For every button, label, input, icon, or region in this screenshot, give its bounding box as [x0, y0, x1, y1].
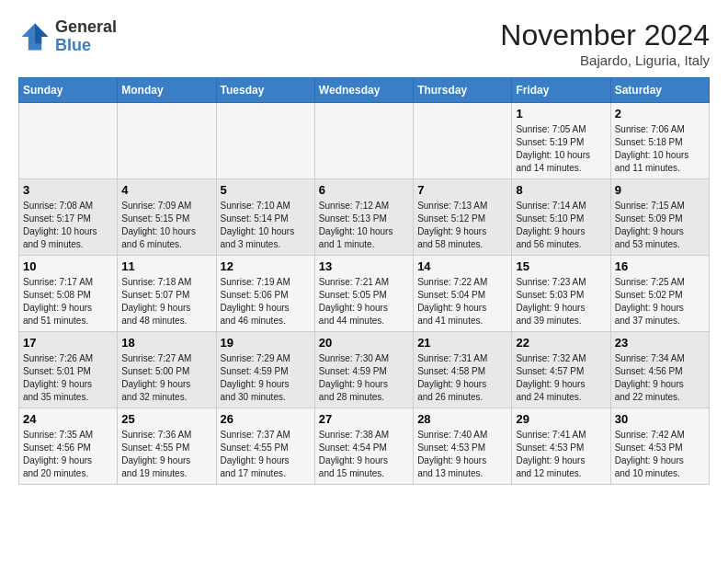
day-info: Sunrise: 7:23 AM Sunset: 5:03 PM Dayligh… — [516, 276, 606, 327]
calendar-cell: 25Sunrise: 7:36 AM Sunset: 4:55 PM Dayli… — [118, 408, 216, 485]
day-info: Sunrise: 7:42 AM Sunset: 4:53 PM Dayligh… — [615, 429, 705, 480]
day-info: Sunrise: 7:05 AM Sunset: 5:19 PM Dayligh… — [516, 123, 606, 175]
calendar-cell: 27Sunrise: 7:38 AM Sunset: 4:54 PM Dayli… — [314, 408, 413, 485]
day-number: 27 — [319, 412, 409, 426]
calendar-week-row: 17Sunrise: 7:26 AM Sunset: 5:01 PM Dayli… — [19, 332, 710, 408]
day-info: Sunrise: 7:21 AM Sunset: 5:05 PM Dayligh… — [319, 276, 409, 327]
day-number: 22 — [516, 336, 606, 350]
weekday-header: Sunday — [19, 78, 118, 103]
calendar-cell: 10Sunrise: 7:17 AM Sunset: 5:08 PM Dayli… — [19, 256, 118, 332]
day-number: 21 — [417, 336, 507, 350]
logo-icon — [18, 20, 51, 53]
calendar-cell: 7Sunrise: 7:13 AM Sunset: 5:12 PM Daylig… — [414, 179, 512, 256]
calendar-cell: 19Sunrise: 7:29 AM Sunset: 4:59 PM Dayli… — [216, 332, 314, 408]
day-number: 2 — [615, 107, 705, 121]
calendar-cell: 15Sunrise: 7:23 AM Sunset: 5:03 PM Dayli… — [512, 256, 610, 332]
calendar-cell — [118, 103, 216, 179]
calendar-cell: 20Sunrise: 7:30 AM Sunset: 4:59 PM Dayli… — [314, 332, 413, 408]
weekday-header: Thursday — [414, 78, 512, 103]
day-number: 18 — [121, 336, 211, 350]
calendar-cell: 23Sunrise: 7:34 AM Sunset: 4:56 PM Dayli… — [610, 332, 709, 408]
calendar-cell: 3Sunrise: 7:08 AM Sunset: 5:17 PM Daylig… — [19, 179, 118, 256]
day-number: 23 — [615, 336, 705, 350]
day-info: Sunrise: 7:08 AM Sunset: 5:17 PM Dayligh… — [23, 200, 113, 251]
weekday-header: Saturday — [610, 78, 709, 103]
weekday-header: Wednesday — [314, 78, 413, 103]
day-number: 3 — [23, 183, 113, 197]
day-number: 26 — [221, 412, 311, 426]
day-info: Sunrise: 7:14 AM Sunset: 5:10 PM Dayligh… — [516, 200, 606, 251]
svg-marker-1 — [35, 23, 48, 43]
calendar-header: SundayMondayTuesdayWednesdayThursdayFrid… — [19, 78, 710, 103]
day-info: Sunrise: 7:17 AM Sunset: 5:08 PM Dayligh… — [23, 276, 113, 327]
day-number: 24 — [23, 412, 113, 426]
day-info: Sunrise: 7:37 AM Sunset: 4:55 PM Dayligh… — [221, 429, 311, 480]
day-number: 11 — [121, 259, 211, 273]
page-header: General Blue November 2024 Bajardo, Ligu… — [18, 18, 710, 68]
calendar-cell: 21Sunrise: 7:31 AM Sunset: 4:58 PM Dayli… — [414, 332, 512, 408]
calendar-cell — [19, 103, 118, 179]
calendar-week-row: 3Sunrise: 7:08 AM Sunset: 5:17 PM Daylig… — [19, 179, 710, 256]
day-info: Sunrise: 7:41 AM Sunset: 4:53 PM Dayligh… — [516, 429, 606, 480]
day-number: 15 — [516, 259, 606, 273]
day-info: Sunrise: 7:29 AM Sunset: 4:59 PM Dayligh… — [221, 352, 311, 404]
calendar-cell: 16Sunrise: 7:25 AM Sunset: 5:02 PM Dayli… — [610, 256, 709, 332]
month-title: November 2024 — [500, 18, 710, 52]
day-number: 16 — [615, 259, 705, 273]
calendar-cell — [414, 103, 512, 179]
weekday-header: Friday — [512, 78, 610, 103]
day-number: 28 — [417, 412, 507, 426]
calendar-cell: 11Sunrise: 7:18 AM Sunset: 5:07 PM Dayli… — [118, 256, 216, 332]
day-number: 29 — [516, 412, 606, 426]
day-number: 12 — [221, 259, 311, 273]
calendar-week-row: 24Sunrise: 7:35 AM Sunset: 4:56 PM Dayli… — [19, 408, 710, 485]
calendar-cell: 26Sunrise: 7:37 AM Sunset: 4:55 PM Dayli… — [216, 408, 314, 485]
title-block: November 2024 Bajardo, Liguria, Italy — [500, 18, 710, 68]
weekday-row: SundayMondayTuesdayWednesdayThursdayFrid… — [19, 78, 710, 103]
calendar-cell: 17Sunrise: 7:26 AM Sunset: 5:01 PM Dayli… — [19, 332, 118, 408]
logo-text: General Blue — [55, 18, 117, 55]
day-info: Sunrise: 7:27 AM Sunset: 5:00 PM Dayligh… — [121, 352, 211, 404]
calendar-cell — [314, 103, 413, 179]
day-number: 13 — [319, 259, 409, 273]
day-number: 20 — [319, 336, 409, 350]
day-info: Sunrise: 7:40 AM Sunset: 4:53 PM Dayligh… — [417, 429, 507, 480]
calendar-cell: 28Sunrise: 7:40 AM Sunset: 4:53 PM Dayli… — [414, 408, 512, 485]
day-number: 6 — [319, 183, 409, 197]
day-info: Sunrise: 7:15 AM Sunset: 5:09 PM Dayligh… — [615, 200, 705, 251]
day-info: Sunrise: 7:06 AM Sunset: 5:18 PM Dayligh… — [615, 123, 705, 175]
calendar-cell: 29Sunrise: 7:41 AM Sunset: 4:53 PM Dayli… — [512, 408, 610, 485]
calendar-cell: 22Sunrise: 7:32 AM Sunset: 4:57 PM Dayli… — [512, 332, 610, 408]
day-number: 10 — [23, 259, 113, 273]
location-subtitle: Bajardo, Liguria, Italy — [500, 52, 710, 68]
calendar-cell: 12Sunrise: 7:19 AM Sunset: 5:06 PM Dayli… — [216, 256, 314, 332]
day-info: Sunrise: 7:10 AM Sunset: 5:14 PM Dayligh… — [221, 200, 311, 251]
day-number: 17 — [23, 336, 113, 350]
day-info: Sunrise: 7:12 AM Sunset: 5:13 PM Dayligh… — [319, 200, 409, 251]
calendar-cell: 14Sunrise: 7:22 AM Sunset: 5:04 PM Dayli… — [414, 256, 512, 332]
calendar-cell: 30Sunrise: 7:42 AM Sunset: 4:53 PM Dayli… — [610, 408, 709, 485]
day-number: 25 — [121, 412, 211, 426]
day-info: Sunrise: 7:22 AM Sunset: 5:04 PM Dayligh… — [417, 276, 507, 327]
calendar-week-row: 1Sunrise: 7:05 AM Sunset: 5:19 PM Daylig… — [19, 103, 710, 179]
day-info: Sunrise: 7:34 AM Sunset: 4:56 PM Dayligh… — [615, 352, 705, 404]
calendar-cell: 4Sunrise: 7:09 AM Sunset: 5:15 PM Daylig… — [118, 179, 216, 256]
day-number: 8 — [516, 183, 606, 197]
day-number: 5 — [221, 183, 311, 197]
calendar-cell: 5Sunrise: 7:10 AM Sunset: 5:14 PM Daylig… — [216, 179, 314, 256]
calendar-cell: 13Sunrise: 7:21 AM Sunset: 5:05 PM Dayli… — [314, 256, 413, 332]
calendar-table: SundayMondayTuesdayWednesdayThursdayFrid… — [18, 77, 710, 485]
weekday-header: Tuesday — [216, 78, 314, 103]
day-info: Sunrise: 7:38 AM Sunset: 4:54 PM Dayligh… — [319, 429, 409, 480]
day-number: 4 — [121, 183, 211, 197]
calendar-cell: 6Sunrise: 7:12 AM Sunset: 5:13 PM Daylig… — [314, 179, 413, 256]
day-info: Sunrise: 7:19 AM Sunset: 5:06 PM Dayligh… — [221, 276, 311, 327]
weekday-header: Monday — [118, 78, 216, 103]
day-number: 19 — [221, 336, 311, 350]
day-info: Sunrise: 7:18 AM Sunset: 5:07 PM Dayligh… — [121, 276, 211, 327]
calendar-cell: 1Sunrise: 7:05 AM Sunset: 5:19 PM Daylig… — [512, 103, 610, 179]
day-info: Sunrise: 7:25 AM Sunset: 5:02 PM Dayligh… — [615, 276, 705, 327]
calendar-body: 1Sunrise: 7:05 AM Sunset: 5:19 PM Daylig… — [19, 103, 710, 485]
day-info: Sunrise: 7:09 AM Sunset: 5:15 PM Dayligh… — [121, 200, 211, 251]
day-number: 9 — [615, 183, 705, 197]
